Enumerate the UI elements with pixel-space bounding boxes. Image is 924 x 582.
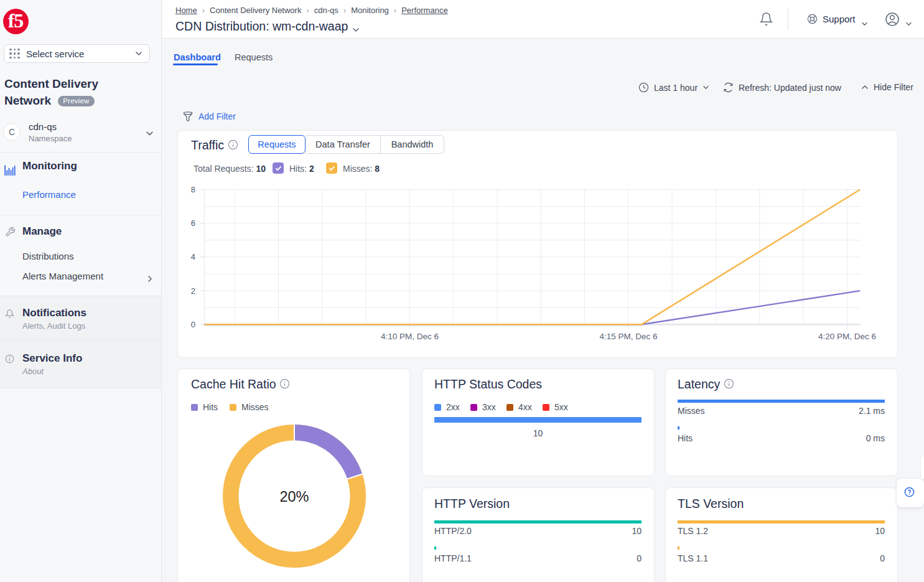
- svg-text:8: 8: [191, 185, 195, 194]
- svg-text:4:15 PM, Dec 6: 4:15 PM, Dec 6: [599, 332, 657, 341]
- svg-text:4:20 PM, Dec 6: 4:20 PM, Dec 6: [818, 332, 876, 341]
- svg-text:20%: 20%: [279, 489, 309, 505]
- svg-text:4: 4: [191, 252, 195, 261]
- svg-text:0: 0: [191, 320, 195, 329]
- svg-text:2: 2: [191, 286, 195, 296]
- svg-text:4:10 PM, Dec 6: 4:10 PM, Dec 6: [381, 332, 439, 341]
- svg-text:6: 6: [191, 218, 195, 228]
